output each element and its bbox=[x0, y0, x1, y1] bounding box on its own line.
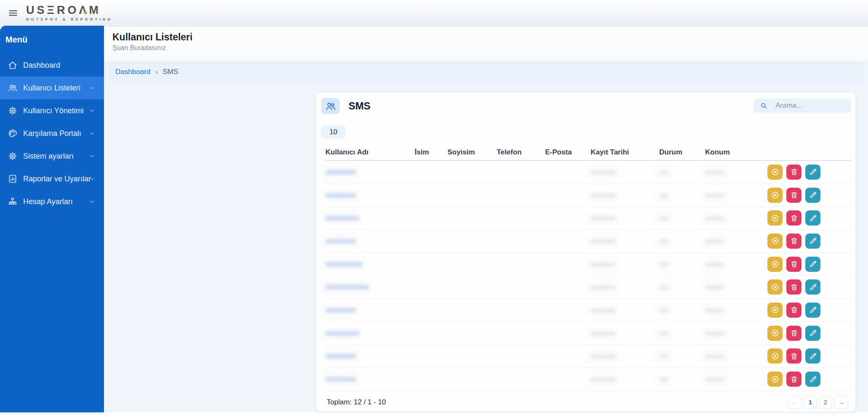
pagination-page-1[interactable]: 1 bbox=[804, 396, 817, 409]
deactivate-button[interactable] bbox=[767, 188, 783, 203]
sidebar-item-dashboard[interactable]: Dashboard bbox=[0, 54, 104, 77]
edit-button[interactable] bbox=[805, 257, 820, 272]
cell-durum-redacted: xxx bbox=[659, 191, 669, 199]
cell-durum-redacted: xxx bbox=[659, 375, 669, 382]
username-link-redacted[interactable]: xxxxxxxxx bbox=[325, 352, 356, 359]
deactivate-button[interactable] bbox=[767, 348, 783, 364]
sidebar-item-kullanici-listeleri[interactable]: Kullanıcı Listeleri bbox=[0, 77, 104, 99]
row-actions bbox=[767, 326, 820, 341]
breadcrumb-current: SMS bbox=[163, 68, 178, 76]
sidebar-menu-title: Menü bbox=[0, 26, 104, 45]
deactivate-button[interactable] bbox=[767, 257, 783, 272]
pagination-page-2[interactable]: 2 bbox=[819, 396, 832, 409]
chevron-down-icon bbox=[89, 130, 96, 137]
trash-icon bbox=[790, 236, 799, 245]
cell-durum-redacted: xxx bbox=[659, 306, 669, 313]
deactivate-button[interactable] bbox=[767, 279, 783, 295]
table-header-row: Kullanıcı AdıİsimSoyisimTelefonE-PostaKa… bbox=[325, 144, 851, 161]
cell-konum-redacted: xxxxxx bbox=[705, 329, 724, 337]
edit-button[interactable] bbox=[805, 372, 820, 387]
cell-durum-redacted: xxx bbox=[659, 329, 669, 337]
edit-button[interactable] bbox=[805, 348, 820, 364]
table-row: xxxxxxxxx xxxxxxxx xxx xxxxxx bbox=[325, 299, 851, 322]
trash-icon bbox=[790, 283, 799, 292]
row-actions bbox=[767, 372, 820, 387]
delete-button[interactable] bbox=[786, 210, 801, 226]
table-row: xxxxxxxxx xxxxxxxx xxx xxxxxx bbox=[325, 230, 851, 253]
deactivate-button[interactable] bbox=[767, 210, 783, 226]
search-input[interactable] bbox=[775, 101, 847, 110]
edit-button[interactable] bbox=[805, 188, 820, 203]
deactivate-button[interactable] bbox=[767, 326, 783, 341]
pencil-icon bbox=[809, 305, 817, 314]
username-link-redacted[interactable]: xxxxxxxxxx bbox=[325, 329, 359, 337]
circle-x-icon bbox=[771, 352, 780, 361]
deactivate-button[interactable] bbox=[767, 234, 783, 249]
cell-konum-redacted: xxxxxx bbox=[705, 168, 724, 175]
trash-icon bbox=[790, 375, 799, 384]
username-link-redacted[interactable]: xxxxxxxxx bbox=[325, 306, 356, 313]
column-header: Durum bbox=[659, 148, 682, 156]
delete-button[interactable] bbox=[786, 188, 801, 203]
delete-button[interactable] bbox=[786, 257, 801, 272]
pencil-icon bbox=[809, 214, 817, 223]
panel-header: SMS bbox=[316, 93, 855, 120]
edit-button[interactable] bbox=[805, 326, 820, 341]
cell-durum-redacted: xxx bbox=[659, 237, 669, 244]
table-row: xxxxxxxxxxx xxxxxxxx xxx xxxxxx bbox=[325, 253, 851, 276]
column-header: E-Posta bbox=[545, 148, 572, 156]
delete-button[interactable] bbox=[786, 348, 801, 364]
app-window: USΞROΛM HOTSPOT & REPORTING Menü Dashboa… bbox=[0, 0, 868, 417]
sidebar-item-raporlar-ve-uyarilar[interactable]: Raporlar ve Uyarılar bbox=[0, 167, 104, 190]
delete-button[interactable] bbox=[786, 165, 801, 180]
deactivate-button[interactable] bbox=[767, 303, 783, 318]
hamburger-menu-icon[interactable] bbox=[6, 6, 20, 20]
circle-x-icon bbox=[771, 283, 780, 292]
pencil-icon bbox=[809, 236, 817, 245]
cell-konum-redacted: xxxxxx bbox=[705, 191, 724, 199]
chevron-down-icon bbox=[89, 153, 96, 159]
pagination-next-button[interactable]: → bbox=[834, 396, 848, 409]
table-row: xxxxxxxxx xxxxxxxx xxx xxxxxx bbox=[325, 345, 851, 368]
deactivate-button[interactable] bbox=[767, 372, 783, 387]
delete-button[interactable] bbox=[786, 303, 801, 318]
circle-x-icon bbox=[771, 260, 780, 268]
username-link-redacted[interactable]: xxxxxxxxx bbox=[325, 237, 356, 244]
username-link-redacted[interactable]: xxxxxxxxx bbox=[325, 375, 356, 382]
chevron-down-icon bbox=[89, 198, 96, 205]
sidebar-item-sistem-ayarlari[interactable]: Sistem ayarları bbox=[0, 145, 104, 167]
deactivate-button[interactable] bbox=[767, 165, 783, 180]
cell-konum-redacted: xxxxxx bbox=[705, 283, 724, 290]
delete-button[interactable] bbox=[786, 234, 801, 249]
delete-button[interactable] bbox=[786, 326, 801, 341]
page-size-select[interactable]: 10 bbox=[321, 125, 346, 139]
brand-logo[interactable]: USΞROΛM HOTSPOT & REPORTING bbox=[26, 5, 112, 21]
cell-kayit-tarihi-redacted: xxxxxxxx bbox=[591, 214, 616, 221]
edit-button[interactable] bbox=[805, 279, 820, 295]
panel-title: SMS bbox=[349, 100, 370, 112]
delete-button[interactable] bbox=[786, 279, 801, 295]
content-area: Kullanıcı Listeleri Şuan Buradasınız Das… bbox=[104, 26, 868, 412]
username-link-redacted[interactable]: xxxxxxxxxxx bbox=[325, 260, 362, 268]
cell-kayit-tarihi-redacted: xxxxxxxx bbox=[591, 306, 616, 313]
username-link-redacted[interactable]: xxxxxxxxx bbox=[325, 168, 356, 175]
edit-button[interactable] bbox=[805, 210, 820, 226]
edit-button[interactable] bbox=[805, 165, 820, 180]
cell-durum-redacted: xxx bbox=[659, 214, 669, 221]
cell-kayit-tarihi-redacted: xxxxxxxx bbox=[591, 375, 616, 382]
sitemap-icon bbox=[8, 197, 18, 207]
sidebar-item-hesap-ayarlari[interactable]: Hesap Ayarları bbox=[0, 190, 104, 213]
gear-icon bbox=[8, 106, 18, 116]
username-link-redacted[interactable]: xxxxxxxxxxxxx bbox=[325, 283, 369, 290]
username-link-redacted[interactable]: xxxxxxxxx bbox=[325, 191, 356, 199]
pencil-icon bbox=[809, 375, 817, 384]
breadcrumb-dashboard-link[interactable]: Dashboard bbox=[115, 68, 150, 76]
edit-button[interactable] bbox=[805, 234, 820, 249]
trash-icon bbox=[790, 167, 799, 176]
username-link-redacted[interactable]: xxxxxxxxxx bbox=[325, 214, 359, 221]
sidebar-item-kullanici-yonetimi[interactable]: Kullanıcı Yönetimi bbox=[0, 99, 104, 122]
delete-button[interactable] bbox=[786, 372, 801, 387]
edit-button[interactable] bbox=[805, 303, 820, 318]
row-actions bbox=[767, 279, 820, 295]
sidebar-item-karsilama-portali[interactable]: Karşılama Portalı bbox=[0, 122, 104, 145]
